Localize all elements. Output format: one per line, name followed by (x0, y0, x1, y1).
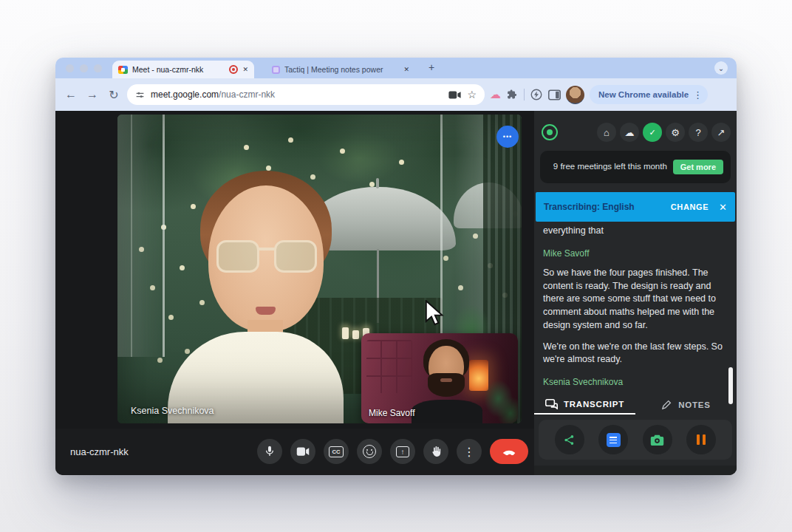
screenshot-button[interactable] (643, 425, 672, 454)
more-vert-icon: ⋮ (463, 445, 475, 459)
settings-gear-icon[interactable]: ⚙ (666, 123, 685, 142)
self-view-tile[interactable]: Mike Savoff (361, 333, 518, 423)
quota-banner: 9 free meetings left this month Get more (540, 151, 731, 183)
toolbar-divider (524, 89, 525, 100)
forward-button[interactable]: → (84, 88, 100, 101)
present-screen-button[interactable]: ↑ (390, 439, 415, 464)
mouse-cursor (425, 300, 447, 327)
browser-toolbar: ← → ↻ meet.google.com/nua-czmr-nkk ☆ ☁ (55, 78, 737, 111)
pause-icon (697, 434, 706, 445)
tab-title: Meet - nua-czmr-nkk (132, 65, 225, 74)
self-participant-beard (428, 373, 465, 397)
camera-icon (650, 434, 664, 446)
transcript-speaker: Ksenia Svechnikova (543, 376, 725, 389)
tab-strip: Meet - nua-czmr-nkk ✕ Tactiq | Meeting n… (55, 58, 737, 78)
side-panel-icon[interactable] (548, 89, 561, 100)
help-icon[interactable]: ? (689, 123, 708, 142)
self-participant-shirt (412, 400, 482, 423)
reactions-button[interactable] (357, 439, 382, 464)
share-button[interactable] (555, 425, 584, 454)
quota-text: 9 free meetings left this month (547, 161, 673, 173)
transcript-panel[interactable]: everything that Mike Savoff So we have t… (543, 222, 725, 394)
tab-search-chevron-icon[interactable]: ⌄ (714, 61, 728, 75)
tab-title: Tactiq | Meeting notes power (284, 65, 399, 74)
new-tab-button[interactable]: + (424, 60, 439, 75)
meet-area: Ksenia Svechnikova Mike Savoff ••• (55, 111, 534, 475)
captions-button[interactable]: CC (324, 439, 349, 464)
site-settings-icon[interactable] (135, 90, 145, 100)
leave-call-button[interactable] (490, 439, 528, 464)
transcript-speaker: Mike Savoff (543, 248, 725, 260)
self-view-window (366, 340, 412, 393)
browser-menu-icon[interactable]: ⋮ (693, 89, 703, 100)
tab-transcript[interactable]: TRANSCRIPT (534, 395, 635, 415)
shield-check-icon[interactable]: ✓ (643, 123, 662, 142)
tab-tactiq[interactable]: Tactiq | Meeting notes power ✕ (267, 61, 414, 78)
close-window-button[interactable] (66, 64, 74, 72)
main-video-tile[interactable]: Ksenia Svechnikova Mike Savoff (117, 115, 522, 423)
change-language-button[interactable]: CHANGE (671, 202, 709, 211)
close-tab-icon[interactable]: ✕ (242, 66, 248, 73)
chat-bubble-icon (545, 399, 558, 409)
close-tab-icon[interactable]: ✕ (403, 66, 409, 73)
cloud-upload-icon[interactable]: ☁ (620, 123, 639, 142)
tab-notes-label: NOTES (678, 400, 711, 409)
reload-button[interactable]: ↻ (106, 88, 122, 102)
transcribing-label: Transcribing: English (544, 202, 671, 212)
page-content: Ksenia Svechnikova Mike Savoff ••• (55, 111, 737, 475)
raise-hand-button[interactable] (423, 439, 448, 464)
self-view-name-label: Mike Savoff (369, 408, 414, 418)
captions-label: CC (329, 446, 344, 457)
zoom-window-button[interactable] (94, 64, 102, 72)
extension-bolt-icon[interactable] (530, 88, 543, 101)
meeting-code: nua-czmr-nkk (70, 446, 129, 457)
tactiq-action-bar (539, 420, 732, 460)
google-docs-icon (607, 433, 621, 447)
extensions-puzzle-icon[interactable] (506, 89, 519, 101)
meet-favicon-icon (118, 66, 128, 74)
tactiq-tab-bar: TRANSCRIPT NOTES (534, 395, 737, 415)
tactiq-sidebar: ⌂ ☁ ✓ ⚙ ? ↗ 9 free meetings left this mo… (534, 111, 737, 475)
back-button[interactable]: ← (63, 88, 79, 101)
export-to-docs-button[interactable] (598, 425, 628, 454)
profile-avatar[interactable] (566, 86, 584, 104)
tab-transcript-label: TRANSCRIPT (564, 400, 624, 409)
meet-control-bar: nua-czmr-nkk (55, 429, 534, 475)
tactiq-header: ⌂ ☁ ✓ ⚙ ? ↗ (542, 120, 731, 145)
participant-name-label: Ksenia Svechnikova (131, 406, 214, 416)
self-view-plant (482, 379, 518, 423)
chrome-update-button[interactable]: New Chrome available ⋮ (590, 85, 708, 104)
microphone-button[interactable] (257, 439, 282, 464)
transcript-text: We're on the we're on the last few steps… (543, 341, 725, 367)
transcript-text: So we have the four pages finished. The … (543, 267, 725, 332)
pencil-icon (661, 399, 672, 410)
chrome-update-label: New Chrome available (598, 90, 689, 99)
cloud-extension-icon[interactable]: ☁ (490, 88, 501, 101)
tactiq-logo-icon (542, 124, 558, 140)
get-more-button[interactable]: Get more (673, 160, 723, 174)
recording-indicator-icon (229, 65, 238, 74)
transcript-text: everything that (543, 225, 725, 238)
present-icon: ↑ (396, 446, 409, 457)
pause-transcription-button[interactable] (686, 425, 716, 454)
tactiq-favicon-icon (272, 66, 280, 74)
address-bar[interactable]: meet.google.com/nua-czmr-nkk ☆ (127, 84, 485, 105)
expand-icon[interactable]: ↗ (711, 123, 731, 142)
tab-meet[interactable]: Meet - nua-czmr-nkk ✕ (112, 61, 254, 78)
scrollbar-thumb[interactable] (728, 367, 733, 404)
browser-window: Meet - nua-czmr-nkk ✕ Tactiq | Meeting n… (55, 58, 737, 475)
minimize-window-button[interactable] (80, 64, 88, 72)
camera-in-use-icon[interactable] (448, 90, 461, 100)
floating-chat-bubble-icon[interactable]: ••• (496, 126, 519, 148)
traffic-light-buttons[interactable] (66, 64, 102, 72)
bookmark-star-icon[interactable]: ☆ (467, 89, 477, 100)
close-banner-icon[interactable]: ✕ (719, 202, 727, 213)
more-options-button[interactable]: ⋮ (457, 439, 482, 464)
share-icon (563, 434, 576, 446)
home-icon[interactable]: ⌂ (597, 123, 616, 142)
sidebar-footer (534, 466, 737, 475)
tab-notes[interactable]: NOTES (635, 395, 737, 415)
camera-button[interactable] (290, 439, 315, 464)
transcribing-banner: Transcribing: English CHANGE ✕ (536, 192, 735, 222)
smile-icon (363, 445, 376, 458)
